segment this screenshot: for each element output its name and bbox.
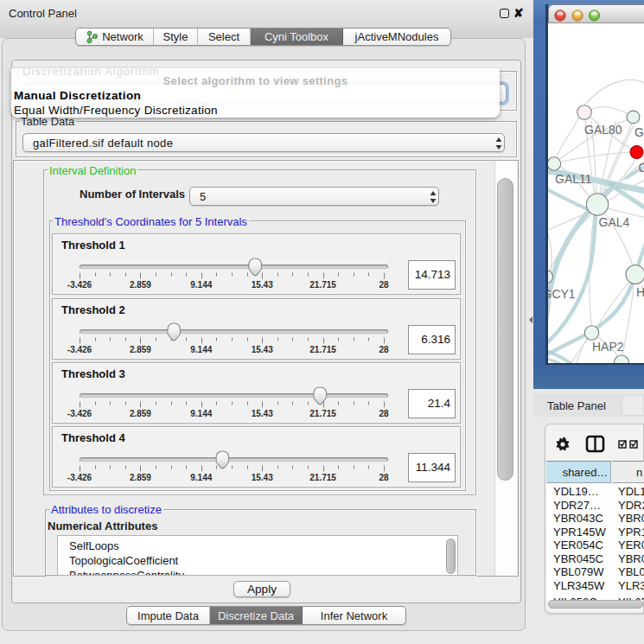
svg-text:GAL80: GAL80 bbox=[584, 123, 622, 137]
svg-text:HAP2: HAP2 bbox=[592, 340, 624, 354]
svg-text:GA: GA bbox=[634, 125, 644, 139]
svg-text:GAL4: GAL4 bbox=[599, 215, 630, 229]
svg-text:H: H bbox=[636, 285, 644, 299]
svg-text:GAL11: GAL11 bbox=[555, 172, 592, 186]
svg-text:C: C bbox=[639, 161, 644, 175]
svg-text:GCY1: GCY1 bbox=[548, 287, 576, 301]
